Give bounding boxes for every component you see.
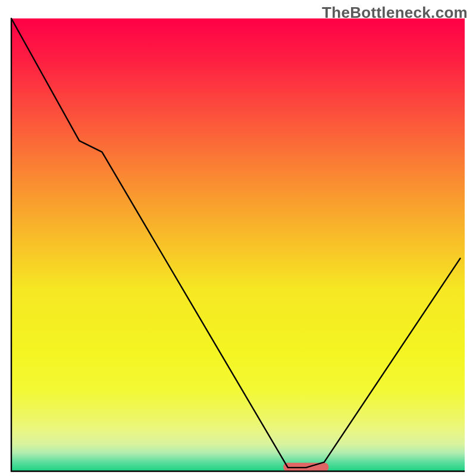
gradient-background [11, 18, 465, 471]
chart-root: TheBottleneck.com [0, 0, 476, 476]
watermark-label: TheBottleneck.com [322, 4, 468, 22]
chart-svg [0, 0, 476, 476]
